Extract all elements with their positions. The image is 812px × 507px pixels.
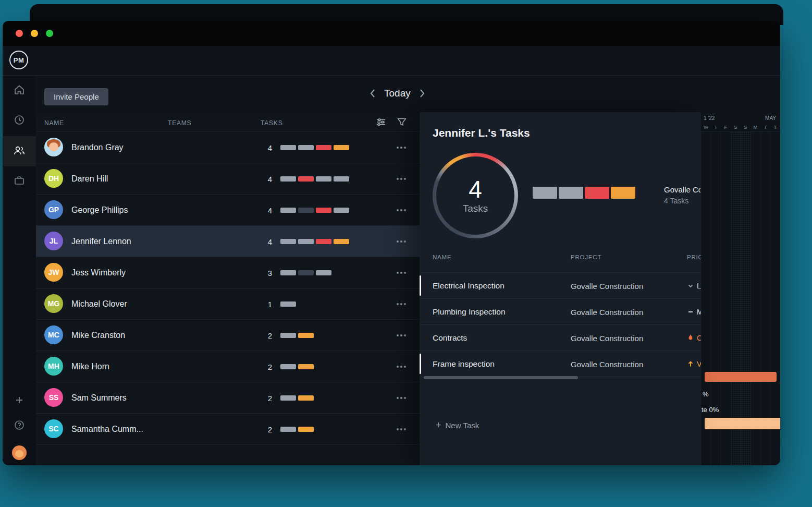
status-segment: [298, 364, 314, 369]
timeline-date-right: MAY: [765, 115, 776, 121]
more-options-icon: [400, 272, 402, 274]
close-window-button[interactable]: [16, 30, 23, 37]
timeline-day-label: M: [751, 124, 760, 130]
task-name: Contracts: [433, 333, 467, 343]
person-row[interactable]: SC Samantha Cumm... 2: [36, 414, 420, 445]
row-menu-button[interactable]: [395, 330, 408, 341]
avatar: MG: [44, 294, 63, 313]
sidebar-item-portfolio[interactable]: [3, 166, 36, 197]
task-priority: Low: [687, 282, 701, 290]
status-segment: [280, 176, 296, 182]
more-options-icon: [400, 366, 402, 368]
gantt-timeline-header: 1 '22 MAY WTFSSMTT: [701, 112, 780, 132]
timeline-date-left: 1 '22: [704, 115, 715, 121]
task-priority: Medium: [687, 308, 701, 316]
people-list: Brandon Gray 4 DH Daren Hill 4: [36, 132, 420, 445]
row-menu-button[interactable]: [395, 236, 408, 247]
gantt-bar[interactable]: [705, 418, 780, 429]
status-segment: [280, 333, 296, 338]
task-count: 4: [257, 206, 272, 214]
plus-icon[interactable]: [15, 395, 24, 407]
person-name: Samantha Cumm...: [71, 425, 143, 434]
person-row[interactable]: MC Mike Cranston 2: [36, 320, 420, 351]
person-row[interactable]: MH Mike Horn 2: [36, 351, 420, 382]
row-menu-button[interactable]: [395, 174, 408, 184]
more-options-icon: [400, 209, 402, 211]
sidebar-item-home[interactable]: [3, 76, 36, 106]
person-row[interactable]: SS Sam Summers 2: [36, 382, 420, 414]
horizontal-scrollbar[interactable]: [424, 376, 578, 379]
weekend-shading: [731, 131, 751, 465]
sidebar-item-team[interactable]: [3, 136, 36, 166]
task-status-segments: [280, 239, 349, 244]
task-row[interactable]: Contracts Govalle Construction Critical: [420, 325, 701, 351]
column-header-project: PROJECT: [571, 254, 601, 260]
gantt-panel: 1 '22 MAY WTFSSMTT % te 0%: [701, 112, 780, 465]
task-name: Electrical Inspection: [433, 281, 505, 291]
invite-people-button[interactable]: Invite People: [44, 88, 108, 105]
row-menu-button[interactable]: [395, 142, 408, 153]
status-segment: [316, 208, 331, 213]
task-row[interactable]: Plumbing Inspection Govalle Construction…: [420, 299, 701, 325]
person-name: Mike Horn: [71, 362, 109, 371]
sidebar-item-recent[interactable]: [3, 106, 36, 136]
row-menu-button[interactable]: [395, 393, 408, 403]
sliders-filter-icon[interactable]: [376, 117, 386, 129]
person-row[interactable]: GP George Phillips 4: [36, 195, 420, 226]
more-options-icon: [400, 334, 402, 336]
timeline-day-label: T: [760, 124, 770, 130]
minimize-window-button[interactable]: [31, 30, 38, 37]
gantt-bar[interactable]: [705, 372, 777, 382]
task-detail-panel: Jennifer L.'s Tasks 4 Tasks Govalle Cons…: [420, 112, 701, 465]
task-status-segments: [280, 270, 331, 275]
avatar: MH: [44, 357, 63, 376]
zoom-window-button[interactable]: [46, 30, 53, 37]
status-segment: [334, 208, 349, 213]
status-segment: [280, 145, 296, 150]
new-task-label: New Task: [446, 421, 479, 430]
person-row[interactable]: JW Jess Wimberly 3: [36, 257, 420, 288]
row-selection-marker: [420, 275, 421, 296]
column-header-priority: PRIORITY: [687, 254, 701, 260]
avatar: DH: [44, 169, 63, 188]
priority-label: Low: [697, 282, 701, 290]
person-name: Brandon Gray: [71, 143, 124, 152]
avatar: SS: [44, 388, 63, 407]
people-panel: NAME TEAMS TASKS Brandon Gray: [36, 116, 420, 465]
app-logo[interactable]: PM: [9, 51, 28, 69]
task-status-segments: [280, 333, 314, 338]
person-row[interactable]: DH Daren Hill 4: [36, 163, 420, 195]
person-name: Mike Cranston: [71, 331, 125, 340]
person-row[interactable]: Brandon Gray 4: [36, 132, 420, 163]
funnel-filter-icon[interactable]: [397, 117, 407, 129]
chevron-left-icon[interactable]: [370, 89, 376, 98]
more-options-icon: [400, 240, 402, 243]
row-menu-button[interactable]: [395, 424, 408, 434]
more-options-icon: [400, 303, 402, 305]
status-segment: [280, 208, 296, 213]
row-menu-button[interactable]: [395, 361, 408, 372]
chevron-right-icon[interactable]: [419, 89, 425, 98]
task-row[interactable]: Electrical Inspection Govalle Constructi…: [420, 273, 701, 299]
donut-center: 4 Tasks: [436, 156, 514, 235]
status-segment: [298, 270, 314, 275]
status-segment: [298, 333, 314, 338]
timeline-day-label: F: [721, 124, 731, 130]
row-menu-button[interactable]: [395, 299, 408, 309]
more-options-icon: [400, 397, 402, 399]
status-segment: [280, 301, 296, 307]
row-menu-button[interactable]: [395, 205, 408, 215]
person-row[interactable]: MG Michael Glover 1: [36, 288, 420, 320]
task-row[interactable]: Frame inspection Govalle Construction Ve…: [420, 351, 701, 377]
help-icon[interactable]: [14, 419, 25, 433]
task-count: 2: [257, 393, 272, 402]
user-avatar[interactable]: [12, 445, 27, 460]
app-header: PM: [3, 46, 780, 76]
new-task-button[interactable]: + New Task: [433, 420, 482, 430]
person-name: Michael Glover: [71, 299, 127, 309]
person-name: Daren Hill: [71, 174, 108, 184]
person-name: Jess Wimberly: [71, 268, 126, 277]
row-menu-button[interactable]: [395, 268, 408, 278]
status-segment: [316, 239, 331, 244]
person-row[interactable]: JL Jennifer Lennon 4: [36, 226, 420, 257]
